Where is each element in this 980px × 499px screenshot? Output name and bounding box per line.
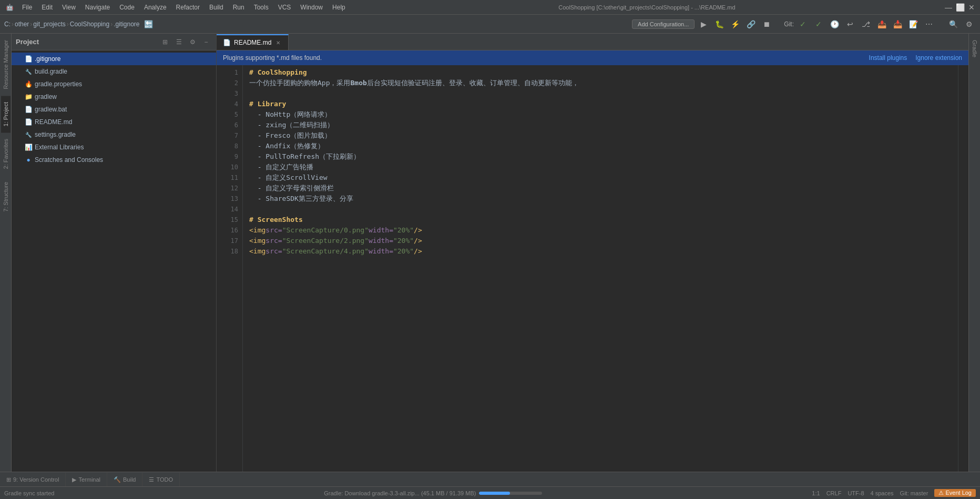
todo-tab[interactable]: ☰ TODO [142, 473, 180, 486]
tree-item-settings-gradle[interactable]: 🔧 settings.gradle [12, 128, 216, 141]
sidebar-settings-button[interactable]: ⚙ [187, 36, 198, 48]
editor-main: 1 2 3 4 5 6 7 8 9 10 11 12 13 14 15 16 1… [217, 65, 968, 472]
menu-help[interactable]: Help [328, 3, 350, 12]
run-button[interactable]: ▶ [697, 17, 710, 31]
menu-refactor[interactable]: Refactor [172, 3, 204, 12]
breadcrumb-coolshopping[interactable]: CoolShopping [70, 21, 109, 28]
debug-button[interactable]: 🐛 [712, 17, 726, 31]
git-push-icon[interactable]: 📤 [875, 17, 889, 31]
status-right: 1:1 CRLF UTF-8 4 spaces Git: master ⚠ Ev… [812, 489, 976, 497]
breadcrumb-sep3: › [67, 21, 69, 28]
terminal-label: Terminal [78, 476, 100, 483]
git-branch-icon[interactable]: ⎇ [859, 17, 873, 31]
tree-item-gradle-properties[interactable]: 🔥 gradle.properties [12, 78, 216, 90]
status-sync[interactable]: Gradle sync started [4, 490, 54, 496]
gradle-tab[interactable]: Gradle [970, 34, 979, 64]
progress-bar-container [479, 492, 542, 495]
code-line-7: - Fresco（图片加载） [249, 130, 952, 141]
favorites-tab[interactable]: 2: Favorites [1, 133, 11, 175]
resource-manager-tab[interactable]: Resource Manager [1, 34, 11, 96]
scratches-icon: ● [24, 156, 33, 164]
todo-label: TODO [156, 476, 173, 483]
todo-icon: ☰ [149, 476, 154, 483]
line-num-7: 7 [221, 130, 238, 141]
git-history-icon[interactable]: 🕐 [828, 17, 841, 31]
menu-run[interactable]: Run [229, 3, 249, 12]
editor-content[interactable]: # CoolShopping 一个仿拉手团购的购物App，采用Bmob后台实现短… [243, 65, 958, 472]
sidebar-scope-button[interactable]: ⊞ [159, 36, 171, 48]
tree-label-gradlew-bat: gradlew.bat [35, 106, 212, 113]
tree-label-gitignore: .gitignore [35, 55, 212, 63]
status-branch[interactable]: Git: master [900, 490, 928, 496]
git-more-icon[interactable]: ⋯ [922, 17, 936, 31]
git-check2-icon[interactable]: ✓ [812, 17, 825, 31]
ignore-extension-link[interactable]: Ignore extension [915, 54, 962, 62]
code-line-11: - 自定义ScrollView [249, 172, 952, 183]
menu-navigate[interactable]: Navigate [81, 3, 114, 12]
menu-tools[interactable]: Tools [250, 3, 273, 12]
tree-item-external-libraries[interactable]: 📊 External Libraries [12, 141, 216, 154]
git-pull-icon[interactable]: 📥 [891, 17, 904, 31]
attach-debugger-button[interactable]: 🔗 [744, 17, 758, 31]
maximize-button[interactable]: ⬜ [956, 3, 964, 12]
breadcrumb-drive[interactable]: C: [4, 21, 11, 28]
git-revert-icon[interactable]: ↩ [843, 17, 857, 31]
line-num-1: 1 [221, 67, 238, 78]
tree-item-gradlew[interactable]: 📁 gradlew [12, 90, 216, 103]
sidebar-minimize-button[interactable]: − [200, 36, 212, 48]
stop-button[interactable]: ⏹ [760, 17, 773, 31]
menu-vcs[interactable]: VCS [274, 3, 295, 12]
settings-button[interactable]: ⚙ [962, 17, 976, 31]
add-configuration-button[interactable]: Add Configuration... [632, 19, 695, 29]
status-left: Gradle sync started [4, 490, 54, 496]
line-num-11: 11 [221, 172, 238, 183]
progress-bar-fill [479, 492, 510, 495]
breadcrumb-file[interactable]: .gitignore [114, 21, 139, 28]
sidebar-layout-button[interactable]: ☰ [173, 36, 185, 48]
tab-close-button[interactable]: ✕ [274, 39, 282, 46]
code-line-4: # Library [249, 99, 952, 109]
menu-edit[interactable]: Edit [37, 3, 57, 12]
terminal-tab[interactable]: ▶ Terminal [66, 473, 107, 486]
breadcrumb-other[interactable]: other [15, 21, 29, 28]
line-num-13: 13 [221, 194, 238, 204]
event-log-button[interactable]: ⚠ Event Log [934, 489, 976, 497]
status-indent[interactable]: 4 spaces [871, 490, 894, 496]
code-line-3 [249, 88, 952, 99]
tree-item-scratches[interactable]: ● Scratches and Consoles [12, 154, 216, 166]
tab-readme[interactable]: 📄 README.md ✕ [217, 34, 289, 50]
code-line-16: <img src="ScreenCapture/0.png" width="20… [249, 225, 952, 236]
menu-code[interactable]: Code [115, 3, 139, 12]
close-button[interactable]: ✕ [967, 3, 976, 12]
tree-item-gitignore[interactable]: 📄 .gitignore [12, 53, 216, 65]
minimize-button[interactable]: — [944, 3, 953, 12]
line-num-17: 17 [221, 236, 238, 246]
breadcrumb-git-projects[interactable]: git_projects [33, 21, 65, 28]
structure-tab[interactable]: 7: Structure [1, 176, 11, 218]
menu-build[interactable]: Build [205, 3, 228, 12]
status-progress: Gradle: Download gradle-3.3-all.zip... (… [58, 490, 808, 496]
project-tab[interactable]: 1: Project [1, 96, 11, 133]
menu-file[interactable]: File [18, 3, 36, 12]
tree-item-readme[interactable]: 📄 README.md [12, 116, 216, 128]
git-annotate-icon[interactable]: 📝 [906, 17, 920, 31]
build-tab[interactable]: 🔨 Build [107, 473, 142, 486]
install-plugins-link[interactable]: Install plugins [869, 54, 907, 62]
status-encoding[interactable]: UTF-8 [848, 490, 864, 496]
toolbar-back-button[interactable]: 🔙 [142, 17, 156, 31]
status-line-ending[interactable]: CRLF [826, 490, 842, 496]
line-num-12: 12 [221, 183, 238, 194]
menu-window[interactable]: Window [296, 3, 327, 12]
search-everywhere-button[interactable]: 🔍 [946, 17, 960, 31]
menu-view[interactable]: View [58, 3, 80, 12]
right-gutter [958, 65, 968, 472]
profile-button[interactable]: ⚡ [728, 17, 742, 31]
version-control-tab[interactable]: ⊞ 9: Version Control [0, 473, 66, 486]
tree-item-gradlew-bat[interactable]: 📄 gradlew.bat [12, 103, 216, 116]
editor-area: 📄 README.md ✕ Plugins supporting *.md fi… [217, 34, 968, 472]
status-position[interactable]: 1:1 [812, 490, 820, 496]
tree-item-build-gradle[interactable]: 🔧 build.gradle [12, 65, 216, 78]
git-check-icon[interactable]: ✓ [796, 17, 810, 31]
line-num-4: 4 [221, 99, 238, 109]
menu-analyze[interactable]: Analyze [140, 3, 171, 12]
